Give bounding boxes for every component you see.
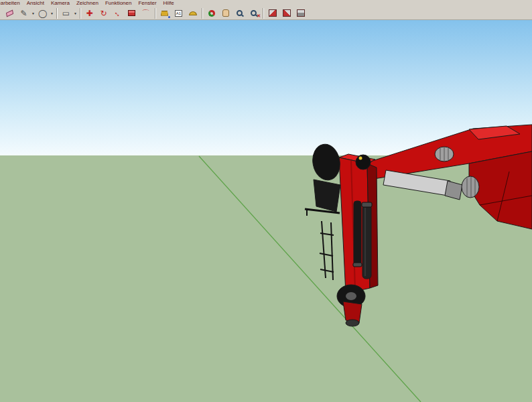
black-cylinder-2: [362, 205, 371, 279]
rectangle-tool-dropdown-caret[interactable]: ▼: [73, 11, 78, 15]
top-view-glyph-icon: [297, 9, 305, 17]
menu-item-kamera[interactable]: Kamera: [48, 0, 73, 7]
menu-item-funktionen[interactable]: Funktionen: [102, 0, 135, 7]
move-arrows-icon: ✚: [86, 9, 92, 17]
foot-pad: [346, 320, 359, 326]
protractor-icon: [189, 11, 197, 15]
front-view-icon[interactable]: [279, 7, 293, 19]
column-knob: [356, 155, 371, 170]
front-view-glyph-icon: [283, 9, 291, 17]
viewport-canvas[interactable]: [0, 20, 532, 402]
zoom-extents-tool-icon[interactable]: ✕: [247, 7, 261, 19]
menu-item-hilfe[interactable]: Hilfe: [160, 0, 178, 7]
top-view-icon[interactable]: [293, 7, 308, 19]
3d-viewport[interactable]: [0, 20, 532, 402]
main-toolbar: ✎ ▼ ◯ ▼ ▭ ▼ ✚ ↻ ↔ ⌒ A1 ✕: [0, 7, 532, 20]
circle-icon: ◯: [38, 9, 47, 17]
paint-bucket-tool-icon[interactable]: [157, 7, 172, 19]
eraser-tool-icon[interactable]: [3, 7, 17, 19]
menu-item-fenster[interactable]: Fenster: [135, 0, 159, 7]
zoom-tool-icon[interactable]: [232, 7, 247, 19]
rotate-arrow-icon: ↻: [100, 9, 107, 17]
bucket-icon: [161, 11, 168, 16]
x-badge-icon: ✕: [257, 13, 261, 19]
scale-tool-icon[interactable]: ↔: [111, 7, 125, 19]
pan-tool-icon[interactable]: [218, 7, 232, 19]
magnifier-icon: [237, 10, 243, 16]
arc-icon: ⌒: [142, 9, 150, 17]
toolbar-separator: [263, 8, 263, 19]
hand-icon: [222, 9, 229, 17]
menu-item-zeichnen[interactable]: Zeichnen: [73, 0, 102, 7]
cube-icon: [128, 10, 135, 16]
toolbar-separator: [80, 8, 80, 19]
menu-item-bearbeiten[interactable]: Bearbeiten: [0, 0, 23, 7]
rectangle-tool-icon[interactable]: ▭: [59, 7, 73, 19]
toolbar-separator: [202, 8, 202, 19]
scale-arrows-icon: ↔: [112, 7, 123, 19]
rotate-tool-icon[interactable]: ↻: [96, 7, 111, 19]
yellow-dot: [359, 157, 362, 160]
magnifier-icon: [251, 10, 257, 16]
toolbar-separator: [155, 8, 155, 19]
orbit-tool-icon[interactable]: [204, 7, 218, 19]
orbit-icon: [208, 10, 215, 17]
wheel-hub: [346, 292, 356, 300]
pushpull-tool-icon[interactable]: [125, 7, 139, 19]
pencil-icon: ✎: [20, 9, 27, 17]
text-tool-icon[interactable]: A1: [172, 7, 186, 19]
shapes-tool-icon[interactable]: ◯: [36, 7, 50, 19]
line-tool-dropdown-caret[interactable]: ▼: [31, 11, 36, 15]
eraser-icon: [6, 9, 13, 17]
menu-item-ansicht[interactable]: Ansicht: [23, 0, 48, 7]
black-cylinder-1: [354, 201, 361, 265]
move-tool-icon[interactable]: ✚: [82, 7, 96, 19]
paint-drop-icon: [168, 16, 170, 18]
shapes-tool-dropdown-caret[interactable]: ▼: [50, 11, 54, 15]
rectangle-icon: ▭: [62, 9, 70, 17]
seat-base: [314, 180, 340, 212]
iso-view-icon[interactable]: [265, 7, 279, 19]
toolbar-separator: [56, 8, 57, 19]
iso-view-glyph-icon: [269, 9, 277, 17]
offset-tool-icon[interactable]: ⌒: [139, 7, 153, 19]
ribbed-knob-mid: [462, 176, 479, 198]
line-tool-icon[interactable]: ✎: [17, 7, 31, 19]
protractor-tool-icon[interactable]: [186, 7, 200, 19]
text-label-icon: A1: [175, 10, 182, 17]
menu-bar: Bearbeiten Ansicht Kamera Zeichnen Funkt…: [0, 0, 532, 7]
